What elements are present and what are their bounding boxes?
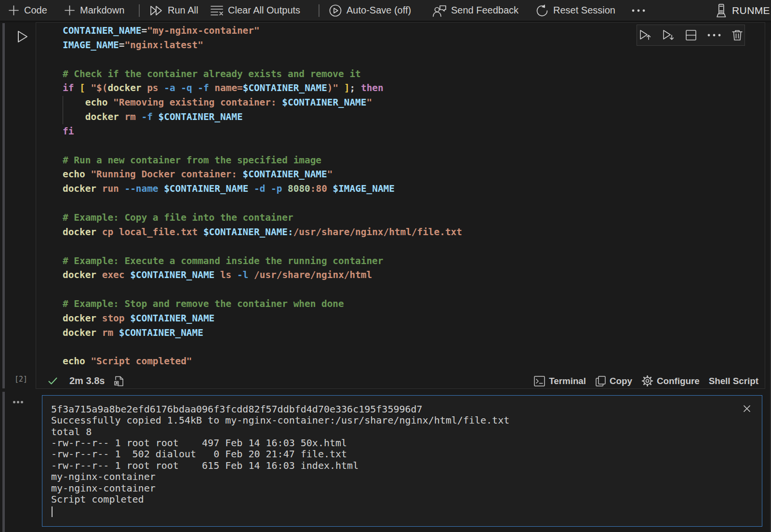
code-cell: CONTAINER_NAME="my-nginx-container"IMAGE… [36, 22, 765, 389]
code-line [63, 340, 765, 355]
add-markdown-cell-button-label: Markdown [80, 5, 124, 16]
terminal-output-line: -rw-r--r-- 1 root root 497 Feb 14 16:03 … [51, 438, 762, 449]
send-feedback-button[interactable]: Send Feedback [432, 0, 518, 21]
split-cell-button[interactable] [685, 29, 697, 41]
toolbar-more-button[interactable] [631, 0, 646, 21]
cell-focus-bar [2, 23, 5, 388]
clear-all-icon [210, 4, 224, 17]
clear-all-outputs-button[interactable]: Clear All Outputs [210, 0, 300, 21]
add-code-cell-button-label: Code [24, 5, 47, 16]
language-label[interactable]: Shell Script [709, 376, 758, 386]
reset-session-button[interactable]: Reset Session [535, 0, 615, 21]
code-line: docker rm -f $CONTAINER_NAME [63, 110, 765, 124]
terminal-button[interactable]: Terminal [533, 375, 586, 387]
runme-logo-icon [714, 3, 727, 18]
copy-button[interactable]: Copy [595, 375, 632, 387]
output-menu-button[interactable] [13, 401, 23, 403]
code-line: echo "Script completed" [63, 354, 765, 369]
terminal-output-line: 5f3a715a9a8be2efd6176bdaa096f3fcdd82f57d… [51, 404, 762, 415]
code-line: # Check if the container already exists … [63, 67, 765, 81]
code-line: # Example: Copy a file into the containe… [63, 211, 765, 225]
kernel-selector[interactable]: RUNME [714, 0, 770, 21]
code-line: # Run a new container from the specified… [63, 153, 765, 168]
toolbar-separator [139, 4, 140, 17]
reset-icon [535, 4, 549, 17]
execute-below-button[interactable] [662, 28, 675, 42]
reset-session-button-label: Reset Session [553, 5, 615, 16]
terminal-button-text: Terminal [549, 376, 586, 386]
code-editor[interactable]: CONTAINER_NAME="my-nginx-container"IMAGE… [36, 23, 765, 373]
code-content: CONTAINER_NAME="my-nginx-container"IMAGE… [36, 23, 765, 369]
terminal-output-line: Script completed [51, 494, 762, 505]
feedback-icon [432, 4, 447, 17]
add-code-cell-button[interactable]: Code [8, 0, 47, 21]
code-line: # Example: Execute a command inside the … [63, 254, 765, 268]
run-all-button-label: Run All [168, 5, 198, 16]
success-check-icon [48, 377, 57, 385]
code-line: docker stop $CONTAINER_NAME [63, 311, 765, 326]
auto-save-toggle[interactable]: Auto-Save (off) [329, 0, 411, 21]
notebook-toolbar: CodeMarkdownRun AllClear All OutputsAuto… [0, 0, 771, 21]
copy-button-text: Copy [610, 376, 632, 386]
toolbar-separator [319, 4, 319, 17]
code-line [63, 282, 765, 297]
terminal-output-line: my-nginx-container [51, 471, 762, 482]
kernel-label: RUNME [732, 5, 770, 16]
terminal-output-line: my-nginx-container [51, 483, 762, 494]
terminal-output: 5f3a715a9a8be2efd6176bdaa096f3fcdd82f57d… [42, 396, 762, 505]
code-line: docker cp local_file.txt $CONTAINER_NAME… [63, 225, 765, 239]
ellipsis-icon [707, 33, 721, 37]
execution-order-label: [2] [14, 375, 27, 384]
terminal-output-line: -rw-r--r-- 1 502 dialout 0 Feb 20 21:47 … [51, 449, 762, 460]
add-markdown-cell-button[interactable]: Markdown [64, 0, 124, 21]
configure-button-text: Configure [657, 376, 700, 386]
language-label-text: Shell Script [709, 376, 758, 386]
play-down-icon [662, 28, 675, 42]
plus-icon [64, 4, 76, 16]
cell-more-button[interactable] [707, 33, 721, 37]
play-up-icon [638, 28, 652, 42]
terminal-icon [533, 375, 545, 387]
output-focus-bar [2, 392, 5, 532]
cell-output: 5f3a715a9a8be2efd6176bdaa096f3fcdd82f57d… [42, 395, 762, 527]
indent-guide [63, 96, 64, 124]
code-line: if [ "$(docker ps -a -q -f name=$CONTAIN… [63, 81, 765, 95]
notebook-screen: CodeMarkdownRun AllClear All OutputsAuto… [0, 0, 771, 532]
ellipsis-icon [631, 9, 646, 13]
run-all-button[interactable]: Run All [149, 0, 198, 21]
terminal-output-line: total 8 [51, 426, 762, 438]
gear-icon [641, 375, 653, 387]
execute-above-button[interactable] [638, 28, 652, 42]
code-line [63, 53, 765, 67]
run-cell-button[interactable] [17, 29, 30, 44]
cell-status-right: TerminalCopyConfigureShell Script [533, 375, 758, 387]
code-line [63, 139, 765, 153]
split-cell-icon [685, 29, 697, 41]
delete-cell-button[interactable] [731, 29, 744, 41]
code-line: docker rm $CONTAINER_NAME [63, 326, 765, 340]
copy-icon [595, 375, 606, 387]
notebook-cell-list: [2] CONTAINER_NAME="my-nginx-container"I… [0, 21, 771, 532]
cell-status-left: 2m 3.8s [48, 375, 124, 386]
code-line [63, 239, 765, 254]
code-line: docker exec $CONTAINER_NAME ls -l /usr/s… [63, 268, 765, 282]
run-all-icon [149, 4, 163, 17]
auto-save-icon [329, 4, 342, 17]
code-line: fi [63, 124, 765, 139]
close-output-icon[interactable] [742, 404, 752, 413]
send-feedback-button-label: Send Feedback [451, 5, 518, 16]
code-line: docker run --name $CONTAINER_NAME -d -p … [63, 182, 765, 196]
trash-icon [731, 29, 744, 41]
cell-toolbar [637, 25, 745, 46]
configure-button[interactable]: Configure [641, 375, 700, 387]
auto-save-toggle-label: Auto-Save (off) [346, 5, 411, 16]
code-line: echo "Removing existing container: $CONT… [63, 95, 765, 110]
terminal-cursor [52, 506, 53, 517]
execution-duration: 2m 3.8s [69, 375, 105, 386]
code-line: # Example: Stop and remove the container… [63, 297, 765, 311]
cell-status-bar: 2m 3.8s TerminalCopyConfigureShell Scrip… [36, 373, 765, 388]
code-line [63, 196, 765, 211]
clear-all-outputs-button-label: Clear All Outputs [228, 5, 300, 16]
save-output-file-icon[interactable] [114, 376, 124, 386]
terminal-output-line: -rw-r--r-- 1 root root 615 Feb 14 16:03 … [51, 460, 762, 471]
